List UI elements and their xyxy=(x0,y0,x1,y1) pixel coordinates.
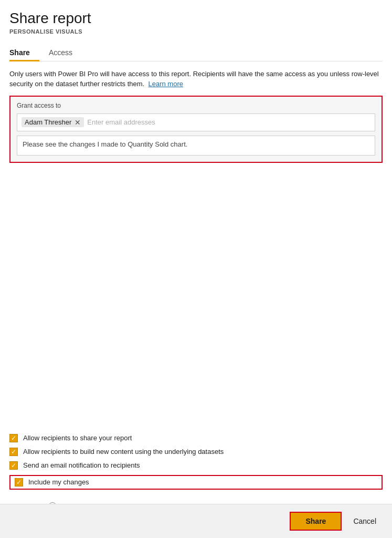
check-icon: ✓ xyxy=(11,462,16,469)
option-send-email[interactable]: ✓ Send an email notification to recipien… xyxy=(9,461,383,470)
grant-label: Grant access to xyxy=(17,102,375,109)
checkbox-send-email[interactable]: ✓ xyxy=(9,461,18,470)
title-section: Share report PERSONALISE VISUALS xyxy=(9,9,383,35)
option-label-allow-share: Allow recipients to share your report xyxy=(23,434,132,442)
share-report-panel: Share report PERSONALISE VISUALS Share A… xyxy=(0,0,392,538)
options-section: ✓ Allow recipients to share your report … xyxy=(9,434,383,490)
recipient-tag: Adam Thresher ✕ xyxy=(22,117,84,127)
info-text-block: Only users with Power BI Pro will have a… xyxy=(9,69,383,89)
message-text: Please see the changes I made to Quantit… xyxy=(23,140,187,148)
check-icon: ✓ xyxy=(11,449,16,455)
option-include-changes[interactable]: ✓ Include my changes xyxy=(9,475,383,490)
tag-close-icon[interactable]: ✕ xyxy=(75,119,81,126)
bottom-bar: Share Cancel xyxy=(0,504,392,538)
tabs-bar: Share Access xyxy=(9,44,383,61)
option-label-include-changes: Include my changes xyxy=(28,478,89,486)
share-button[interactable]: Share xyxy=(290,512,342,531)
option-allow-build[interactable]: ✓ Allow recipients to build new content … xyxy=(9,448,383,456)
tab-share[interactable]: Share xyxy=(9,44,39,61)
page-subtitle: PERSONALISE VISUALS xyxy=(9,28,383,35)
check-icon: ✓ xyxy=(11,435,16,441)
grant-access-section: Grant access to Adam Thresher ✕ Enter em… xyxy=(9,96,383,163)
page-title: Share report xyxy=(9,9,383,27)
cancel-button[interactable]: Cancel xyxy=(347,513,383,530)
email-input-row[interactable]: Adam Thresher ✕ Enter email addresses xyxy=(17,113,375,131)
tag-name: Adam Thresher xyxy=(25,118,71,126)
option-label-send-email: Send an email notification to recipients xyxy=(23,461,140,469)
option-label-allow-build: Allow recipients to build new content us… xyxy=(23,448,224,456)
email-input-placeholder[interactable]: Enter email addresses xyxy=(87,118,370,126)
message-input[interactable]: Please see the changes I made to Quantit… xyxy=(17,136,375,156)
checkbox-allow-build[interactable]: ✓ xyxy=(9,448,18,456)
checkbox-allow-share[interactable]: ✓ xyxy=(9,434,18,442)
checkbox-include-changes[interactable]: ✓ xyxy=(15,478,23,487)
option-allow-share[interactable]: ✓ Allow recipients to share your report xyxy=(9,434,383,442)
learn-more-link[interactable]: Learn more xyxy=(148,80,183,88)
tab-access[interactable]: Access xyxy=(49,44,82,61)
check-icon: ✓ xyxy=(16,479,22,485)
